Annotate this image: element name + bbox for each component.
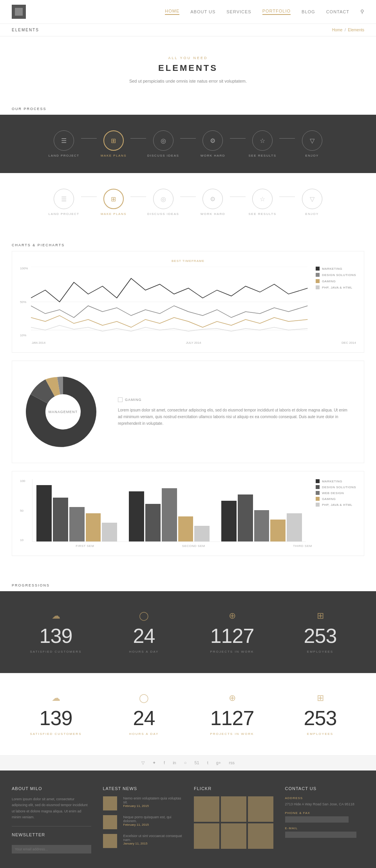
legend-dot-gaming <box>316 279 320 283</box>
flickr-5[interactable] <box>221 823 246 849</box>
connector-l4 <box>230 197 246 197</box>
social-icon-rss[interactable]: rss <box>229 760 235 765</box>
social-icon-pinterest[interactable]: ▽ <box>141 760 145 765</box>
step-label-l2: MAKE PLANS <box>101 212 127 216</box>
bar-legend-design: DESIGN SOLUTIONS <box>316 485 356 489</box>
hero-title: ELEMENTS <box>12 63 364 73</box>
line-chart-y-axis: 100% 50% 10% <box>20 267 31 337</box>
stat-number-customers-dark: 139 <box>40 626 72 646</box>
nav-about[interactable]: ABOUT US <box>190 9 215 14</box>
pie-checkbox[interactable] <box>118 397 123 402</box>
flickr-6[interactable] <box>248 823 273 849</box>
connector-l3 <box>180 197 196 197</box>
bar-label-design: DESIGN SOLUTIONS <box>322 485 356 489</box>
contact-email <box>285 832 356 838</box>
line-chart-top-label: BEST TIMEFRAME <box>20 259 356 263</box>
footer-news-title: Latest News <box>103 786 183 791</box>
connector-l2 <box>130 197 146 197</box>
news-date-3: January 11, 2015 <box>123 842 183 845</box>
bar-1-5 <box>102 523 117 541</box>
nav-home[interactable]: HOME <box>165 9 179 15</box>
step-make-plans-dark: ⊞ MAKE PLANS <box>97 130 131 157</box>
flickr-2[interactable] <box>221 796 246 822</box>
flickr-1[interactable] <box>194 796 219 822</box>
bar-1-3 <box>69 507 85 541</box>
legend-dot-design <box>316 273 320 277</box>
bar-x-labels: FIRST SEM SECOND SEM THIRD SEM <box>20 544 356 548</box>
nav-blog[interactable]: BLOG <box>302 9 315 14</box>
progressions-light: ☁ 139 SATISFIED CUSTOMERS ◯ 24 HOURS A D… <box>0 673 376 755</box>
stat-number-projects-dark: 1127 <box>210 626 254 646</box>
step-discuss-dark: ◎ DISCUSS IDEAS <box>146 130 180 157</box>
legend-php: PHP, JAVA & HTML <box>316 285 356 289</box>
logo-inner <box>15 8 23 16</box>
bar-3-2 <box>238 494 253 541</box>
footer-about-title: About MILO <box>12 786 91 791</box>
bar-2-4 <box>178 516 193 541</box>
nav-portfolio[interactable]: PORTFOLIO <box>262 9 291 15</box>
news-title-1: Nemo enim voluptatem quia voluptas sit. <box>123 796 183 804</box>
social-icon-instagram[interactable]: ○ <box>184 760 187 765</box>
step-results-dark: ☆ SEE RESULTS <box>246 130 280 157</box>
step-label-l6: ENJOY <box>306 212 319 216</box>
stat-label-employees-dark: EMPLOYEES <box>307 650 333 653</box>
x-july: JULY 2014 <box>186 341 201 345</box>
stat-employees-light: ⊞ 253 EMPLOYEES <box>276 693 364 736</box>
step-results-light: ☆ SEE RESULTS <box>246 189 280 216</box>
bar-chart-area: 100 50 10 <box>20 479 356 542</box>
bar-y-axis: 100 50 10 <box>20 479 28 542</box>
step-land-project-dark: ☰ LAND PROJECT <box>47 130 81 157</box>
social-icon-google[interactable]: g+ <box>216 760 221 765</box>
stat-projects-light: ⊕ 1127 PROJECTS IN WORK <box>188 693 276 736</box>
bar-3-3 <box>254 510 269 541</box>
bar-dot-marketing <box>316 479 320 483</box>
news-text-2: Neque porro quisquam est, qui dolorem. F… <box>123 815 183 826</box>
news-item-2: Neque porro quisquam est, qui dolorem. F… <box>103 815 183 829</box>
newsletter-input[interactable] <box>12 845 91 854</box>
stat-icon-cloud: ☁ <box>52 611 60 621</box>
breadcrumb-home[interactable]: Home <box>332 28 343 32</box>
connector-2 <box>130 138 146 139</box>
stat-label-customers-dark: SATISFIED CUSTOMERS <box>30 650 82 653</box>
stat-icon-target-light: ⊕ <box>229 693 236 703</box>
logo[interactable] <box>12 5 26 19</box>
stat-icon-clock-light: ◯ <box>139 693 149 703</box>
nav-contact[interactable]: CONTACT <box>326 9 349 14</box>
bar-legend-gaming: GAMING <box>316 497 356 501</box>
connector-l1 <box>81 197 97 197</box>
flickr-4[interactable] <box>194 823 219 849</box>
stat-number-employees-dark: 253 <box>304 626 337 646</box>
progressions-dark: ☁ 139 SATISFIED CUSTOMERS ◯ 24 HOURS A D… <box>0 591 376 673</box>
social-icon-linkedin[interactable]: in <box>173 760 176 765</box>
news-thumb-3 <box>103 834 117 848</box>
social-icon-51[interactable]: 51 <box>194 760 199 765</box>
social-icon-facebook[interactable]: f <box>164 760 165 765</box>
step-discuss-light: ◎ DISCUSS IDEAS <box>146 189 180 216</box>
stat-icon-grid: ⊞ <box>317 611 324 621</box>
nav-services[interactable]: SERVICES <box>226 9 251 14</box>
social-icon-star[interactable]: ✦ <box>152 760 156 765</box>
line-chart-container: BEST TIMEFRAME 100% 50% 10% <box>12 251 364 353</box>
step-plans-light: ⊞ MAKE PLANS <box>97 189 131 216</box>
footer-contact: Contact Us ADDRESS 2713 Hide A Way Road … <box>285 786 365 854</box>
stat-icon-clock: ◯ <box>139 611 149 621</box>
x-jan: JAN 2014 <box>32 341 45 345</box>
bar-group-3 <box>221 494 302 541</box>
site-footer: About MILO Lorem ipsum dolor sit amet, c… <box>0 771 376 868</box>
step-circle-3: ◎ <box>153 130 174 151</box>
bar-3-5 <box>287 513 302 541</box>
bar-label-php: PHP, JAVA & HTML <box>322 503 352 507</box>
line-chart-svg <box>31 267 307 339</box>
news-text-1: Nemo enim voluptatem quia voluptas sit. … <box>123 796 183 808</box>
step-enjoy-dark: ▽ ENJOY <box>295 130 329 157</box>
connector-3 <box>180 138 196 139</box>
step-label-l4: WORK HARD <box>201 212 225 216</box>
bar-dot-webdesign <box>316 491 320 495</box>
bar-label-marketing: MARKETING <box>322 480 342 483</box>
social-icon-twitter[interactable]: t <box>207 760 208 765</box>
flickr-3[interactable] <box>248 796 273 822</box>
bar-x-2: SECOND SEM <box>182 544 205 548</box>
step-enjoy-light: ▽ ENJOY <box>295 189 329 216</box>
stat-label-projects-dark: PROJECTS IN WORK <box>210 650 254 653</box>
search-icon[interactable]: ⚲ <box>360 9 364 15</box>
